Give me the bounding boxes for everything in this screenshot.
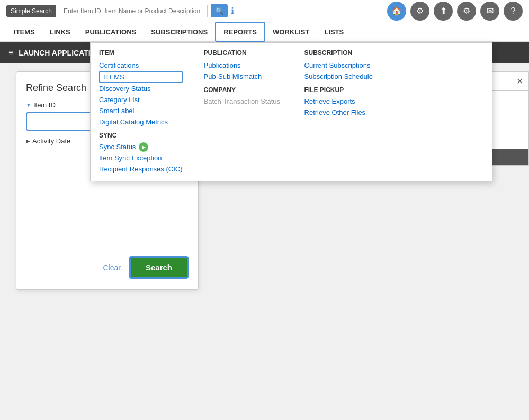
dropdown-item-title: ITEM [99, 49, 183, 57]
search-button[interactable]: Search [129, 256, 189, 279]
nav-lists[interactable]: LISTS [317, 22, 351, 42]
dropdown-publications[interactable]: Publications [204, 60, 283, 71]
reports-dropdown: ITEM Certifications ITEMS Discovery Stat… [90, 42, 492, 181]
sync-play-icon: ▶ [139, 142, 148, 152]
mail-button[interactable]: ✉ [480, 2, 499, 21]
dropdown-sync-title: SYNC [99, 132, 183, 139]
settings-button[interactable]: ⚙ [457, 2, 476, 21]
dropdown-item-col: ITEM Certifications ITEMS Discovery Stat… [99, 49, 183, 175]
nav-worklist[interactable]: WORKLIST [265, 22, 317, 42]
dropdown-digital-catalog[interactable]: Digital Catalog Metrics [99, 116, 183, 127]
simple-search-area: Simple Search 🔍 ℹ [6, 4, 234, 17]
hamburger-icon: ≡ [8, 48, 13, 58]
nav-items[interactable]: ITEMS [6, 22, 42, 42]
home-button[interactable]: 🏠 [387, 2, 406, 21]
gear-button[interactable]: ⚙ [410, 2, 429, 21]
close-report-button[interactable]: ✕ [516, 76, 523, 86]
simple-search-input[interactable] [59, 5, 208, 17]
dropdown-discovery-status[interactable]: Discovery Status [99, 83, 183, 94]
dropdown-item-sync-exception[interactable]: Item Sync Exception [99, 152, 183, 163]
dropdown-current-subscriptions[interactable]: Current Subscriptions [304, 60, 384, 71]
dropdown-company-title: COMPANY [204, 86, 283, 94]
dropdown-smartlabel[interactable]: SmartLabel [99, 105, 183, 116]
refine-search-title: Refine Search [26, 83, 86, 94]
activity-date-arrow: ▶ [26, 138, 30, 144]
dropdown-file-pickup-title: FILE PICKUP [304, 86, 384, 94]
top-bar: Simple Search 🔍 ℹ 🏠 ⚙ ⬆ ⚙ ✉ ? [0, 0, 529, 22]
item-id-label-text: Item ID [33, 101, 56, 109]
dropdown-certifications[interactable]: Certifications [99, 60, 183, 71]
dropdown-subscription-schedule[interactable]: Subscription Schedule [304, 71, 384, 82]
dropdown-subscription-title: SUBSCRIPTION [304, 49, 384, 57]
top-icons: 🏠 ⚙ ⬆ ⚙ ✉ ? [387, 2, 523, 21]
simple-search-button[interactable]: 🔍 [211, 4, 228, 17]
refine-bottom: Clear Search [26, 256, 189, 279]
dropdown-retrieve-other-files[interactable]: Retrieve Other Files [304, 107, 384, 118]
dropdown-recipient-responses[interactable]: Recipient Responses (CIC) [99, 163, 183, 175]
item-id-arrow: ▼ [26, 102, 31, 108]
dropdown-item-history[interactable]: ITEMS [99, 71, 183, 83]
nav-reports[interactable]: REPORTS [215, 22, 265, 42]
nav-links[interactable]: LINKS [42, 22, 78, 42]
clear-button[interactable]: Clear [103, 263, 120, 272]
dropdown-publication-title: PUBLICATION [204, 49, 283, 57]
dropdown-batch-transaction: Batch Transaction Status [204, 96, 283, 107]
info-icon[interactable]: ℹ [231, 6, 234, 16]
dropdown-pub-sub-mismatch[interactable]: Pub-Sub Mismatch [204, 71, 283, 82]
nav-subscriptions[interactable]: SUBSCRIPTIONS [144, 22, 215, 42]
dropdown-retrieve-exports[interactable]: Retrieve Exports [304, 96, 384, 107]
dropdown-subscription-col: SUBSCRIPTION Current Subscriptions Subsc… [304, 49, 384, 175]
dropdown-publication-col: PUBLICATION Publications Pub-Sub Mismatc… [204, 49, 283, 175]
simple-search-label: Simple Search [6, 5, 56, 17]
dropdown-sync-status-row: Sync Status ▶ [99, 141, 183, 152]
upload-button[interactable]: ⬆ [434, 2, 453, 21]
nav-publications[interactable]: PUBLICATIONS [78, 22, 144, 42]
dropdown-category-list[interactable]: Category List [99, 94, 183, 105]
activity-date-label: Activity Date [32, 137, 70, 145]
help-button[interactable]: ? [504, 2, 523, 21]
nav-bar: ITEMS LINKS PUBLICATIONS SUBSCRIPTIONS R… [0, 22, 529, 42]
dropdown-sync-status[interactable]: Sync Status [99, 141, 136, 152]
